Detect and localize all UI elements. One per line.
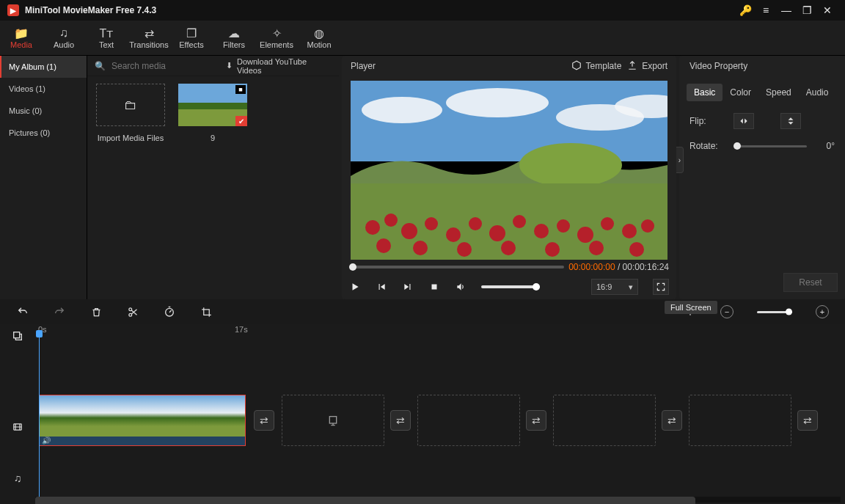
fullscreen-button[interactable] xyxy=(653,279,669,295)
sidebar-item-pictures[interactable]: Pictures (0) xyxy=(0,122,87,144)
play-button[interactable] xyxy=(349,281,361,293)
svg-point-8 xyxy=(384,213,398,227)
transition-slot[interactable]: ⇄ xyxy=(797,410,818,431)
download-youtube-button[interactable]: ⬇ Download YouTube Videos xyxy=(226,57,332,75)
menu-icon[interactable]: ≡ xyxy=(756,1,776,19)
stop-button[interactable] xyxy=(428,281,440,293)
zoom-slider[interactable] xyxy=(757,311,792,313)
sidebar-item-videos[interactable]: Videos (1) xyxy=(0,78,87,100)
search-icon: 🔍 xyxy=(95,61,106,71)
speed-button[interactable] xyxy=(163,305,176,318)
next-frame-button[interactable] xyxy=(402,281,414,293)
ribbon-label: Transitions xyxy=(129,40,168,49)
empty-clip-slot[interactable] xyxy=(417,395,520,446)
flip-vertical-button[interactable] xyxy=(780,113,801,129)
media-grid: 🗀 Import Media Files ■ ✔ 9 xyxy=(87,76,339,299)
template-button[interactable]: Template xyxy=(571,60,622,73)
flip-horizontal-button[interactable] xyxy=(734,113,754,129)
empty-clip-slot[interactable] xyxy=(689,395,791,446)
prev-frame-button[interactable] xyxy=(376,281,387,293)
volume-button[interactable] xyxy=(455,281,467,293)
ribbon-effects[interactable]: ❐ Effects xyxy=(170,21,213,55)
undo-button[interactable] xyxy=(16,305,29,318)
empty-clip-slot[interactable] xyxy=(553,395,656,446)
add-track-button[interactable] xyxy=(10,329,25,343)
search-container: 🔍 xyxy=(95,60,223,72)
import-media-button[interactable]: 🗀 Import Media Files xyxy=(96,84,165,142)
empty-clip-slot[interactable] xyxy=(282,395,384,446)
ribbon-filters[interactable]: ☁ Filters xyxy=(213,21,255,55)
tab-color[interactable]: Color xyxy=(723,84,758,101)
ribbon-audio[interactable]: ♫ Audio xyxy=(43,21,85,55)
panel-expand-handle[interactable]: › xyxy=(676,147,684,173)
svg-point-26 xyxy=(589,241,604,255)
zoom-in-button[interactable]: + xyxy=(816,305,829,318)
export-button[interactable]: Export xyxy=(627,60,667,73)
svg-point-14 xyxy=(513,215,526,228)
rotate-value: 0° xyxy=(816,141,835,151)
transition-slot[interactable]: ⇄ xyxy=(390,410,411,431)
ribbon-transitions[interactable]: ⇄ Transitions xyxy=(128,21,170,55)
minimize-icon[interactable]: — xyxy=(776,1,797,19)
media-panel: 🔍 ⬇ Download YouTube Videos 🗀 Import Med… xyxy=(87,56,339,299)
aspect-ratio-select[interactable]: 16:9 ▾ xyxy=(591,279,638,295)
crop-button[interactable] xyxy=(200,305,213,318)
ribbon-motion[interactable]: ◍ Motion xyxy=(298,21,340,55)
svg-point-31 xyxy=(166,308,174,316)
close-icon[interactable]: ✕ xyxy=(817,1,838,19)
timeline-ruler[interactable]: 0s 17s xyxy=(35,324,845,343)
rotate-label: Rotate: xyxy=(689,141,725,151)
timeline-clip[interactable]: 🔊 xyxy=(39,395,246,446)
timeline-scrollbar[interactable] xyxy=(35,497,841,503)
ribbon-elements[interactable]: ✧ Elements xyxy=(255,21,298,55)
redo-button[interactable] xyxy=(53,305,66,318)
premium-key-icon[interactable]: 🔑 xyxy=(735,1,756,19)
reset-button[interactable]: Reset xyxy=(783,273,838,292)
sidebar-item-my-album[interactable]: My Album (1) xyxy=(0,56,87,78)
tab-speed[interactable]: Speed xyxy=(758,84,799,101)
svg-point-25 xyxy=(545,242,560,257)
fullscreen-tooltip: Full Screen xyxy=(665,301,717,314)
player-header: Player Template Export xyxy=(342,56,676,76)
seek-row: 00:00:00:00 / 00:00:16:24 xyxy=(342,260,676,274)
ruler-mark: 17s xyxy=(235,325,248,334)
svg-point-18 xyxy=(601,217,614,230)
search-input[interactable] xyxy=(110,60,223,72)
delete-button[interactable] xyxy=(89,305,103,318)
transition-slot[interactable]: ⇄ xyxy=(526,410,546,431)
transition-slot[interactable]: ⇄ xyxy=(662,410,682,431)
track-headers: ♫ xyxy=(0,324,35,504)
audio-track-icon[interactable]: ♫ xyxy=(10,471,25,486)
filters-icon: ☁ xyxy=(228,26,240,40)
template-label: Template xyxy=(586,61,622,71)
tab-basic[interactable]: Basic xyxy=(687,84,723,101)
flip-row: Flip: xyxy=(679,107,845,135)
aspect-ratio-value: 16:9 xyxy=(596,282,612,291)
svg-rect-28 xyxy=(432,285,437,290)
ribbon-label: Effects xyxy=(179,40,203,49)
svg-point-13 xyxy=(489,225,505,241)
ribbon-media[interactable]: 📁 Media xyxy=(0,21,43,55)
volume-slider[interactable] xyxy=(481,285,540,288)
video-preview[interactable] xyxy=(351,81,667,260)
maximize-icon[interactable]: ❐ xyxy=(797,1,817,19)
rotate-slider[interactable] xyxy=(734,145,807,147)
timeline: ♫ 0s 17s 🔊 ⇄ ⇄ ⇄ ⇄ ⇄ xyxy=(0,324,845,504)
module-ribbon: 📁 Media ♫ Audio Tᴛ Text ⇄ Transitions ❐ … xyxy=(0,21,845,56)
ribbon-text[interactable]: Tᴛ Text xyxy=(85,21,128,55)
transition-slot[interactable]: ⇄ xyxy=(254,410,274,431)
tab-audio[interactable]: Audio xyxy=(799,84,836,101)
media-toolbar: 🔍 ⬇ Download YouTube Videos xyxy=(87,56,339,76)
app-title: MiniTool MovieMaker Free 7.4.3 xyxy=(25,5,156,15)
flip-label: Flip: xyxy=(689,116,725,126)
media-clip-item[interactable]: ■ ✔ 9 xyxy=(178,84,247,142)
properties-title: Video Property xyxy=(679,56,845,76)
rotate-row: Rotate: 0° xyxy=(679,135,845,157)
zoom-out-button[interactable]: − xyxy=(720,305,734,318)
seek-bar[interactable] xyxy=(349,266,564,269)
playhead[interactable] xyxy=(39,335,40,497)
album-sidebar: My Album (1) Videos (1) Music (0) Pictur… xyxy=(0,56,87,299)
video-track-icon[interactable] xyxy=(10,420,25,434)
split-button[interactable] xyxy=(126,305,139,318)
sidebar-item-music[interactable]: Music (0) xyxy=(0,100,87,122)
